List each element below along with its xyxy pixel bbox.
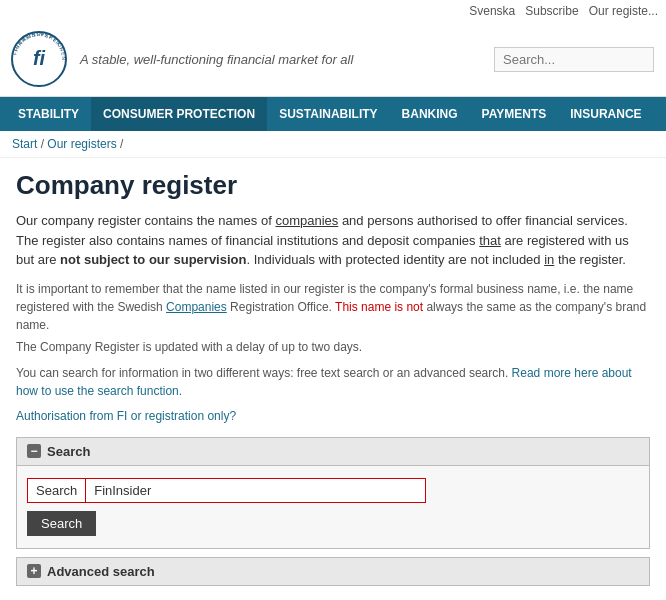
top-bar: Svenska Subscribe Our registe... (0, 0, 666, 22)
advanced-panel-header[interactable]: + Advanced search (17, 558, 649, 585)
nav-payments[interactable]: PAYMENTS (470, 97, 559, 131)
search-panel-header: − Search (17, 438, 649, 466)
note-paragraph-1: It is important to remember that the nam… (16, 280, 650, 334)
svg-text:fi: fi (33, 47, 46, 69)
logo: fi FINANSINSPEKT FINANSINSPEKTIONEN (10, 30, 68, 88)
auth-link[interactable]: Authorisation from FI or registration on… (16, 409, 236, 423)
main-nav: STABILITY CONSUMER PROTECTION SUSTAINABI… (0, 97, 666, 131)
header-search-box[interactable] (494, 47, 654, 72)
intro-paragraph: Our company register contains the names … (16, 211, 650, 270)
breadcrumb-start[interactable]: Start (12, 137, 37, 151)
nav-markets[interactable]: MARKETS (654, 97, 666, 131)
search-label: Search (27, 478, 86, 503)
advanced-search-panel: + Advanced search (16, 557, 650, 586)
expand-icon[interactable]: + (27, 564, 41, 578)
search-info-paragraph: You can search for information in two di… (16, 364, 650, 400)
search-panel: − Search Search Search (16, 437, 650, 549)
advanced-panel-title: Advanced search (47, 564, 155, 579)
nav-consumer-protection[interactable]: CONSUMER PROTECTION (91, 97, 267, 131)
svenska-link[interactable]: Svenska (469, 4, 515, 18)
our-register-link[interactable]: Our registe... (589, 4, 658, 18)
breadcrumb: Start / Our registers / (0, 131, 666, 158)
nav-banking[interactable]: BANKING (390, 97, 470, 131)
main-content: Company register Our company register co… (0, 158, 666, 600)
header-left: fi FINANSINSPEKT FINANSINSPEKTIONEN A st… (10, 30, 353, 88)
nav-stability[interactable]: STABILITY (6, 97, 91, 131)
search-input-row: Search (27, 478, 639, 503)
update-paragraph: The Company Register is updated with a d… (16, 340, 650, 354)
collapse-icon[interactable]: − (27, 444, 41, 458)
subscribe-link[interactable]: Subscribe (525, 4, 578, 18)
page-title: Company register (16, 170, 650, 201)
breadcrumb-our-registers[interactable]: Our registers (47, 137, 116, 151)
header: fi FINANSINSPEKT FINANSINSPEKTIONEN A st… (0, 22, 666, 97)
tagline: A stable, well-functioning financial mar… (80, 52, 353, 67)
search-panel-title: Search (47, 444, 90, 459)
search-panel-body: Search Search (17, 466, 649, 548)
header-search-input[interactable] (503, 52, 633, 67)
search-button[interactable]: Search (27, 511, 96, 536)
search-input[interactable] (86, 478, 426, 503)
search-help-link[interactable]: Read more here about how to use the sear… (16, 366, 632, 398)
nav-insurance[interactable]: INSURANCE (558, 97, 653, 131)
nav-sustainability[interactable]: SUSTAINABILITY (267, 97, 389, 131)
companies-link[interactable]: Companies (166, 300, 227, 314)
